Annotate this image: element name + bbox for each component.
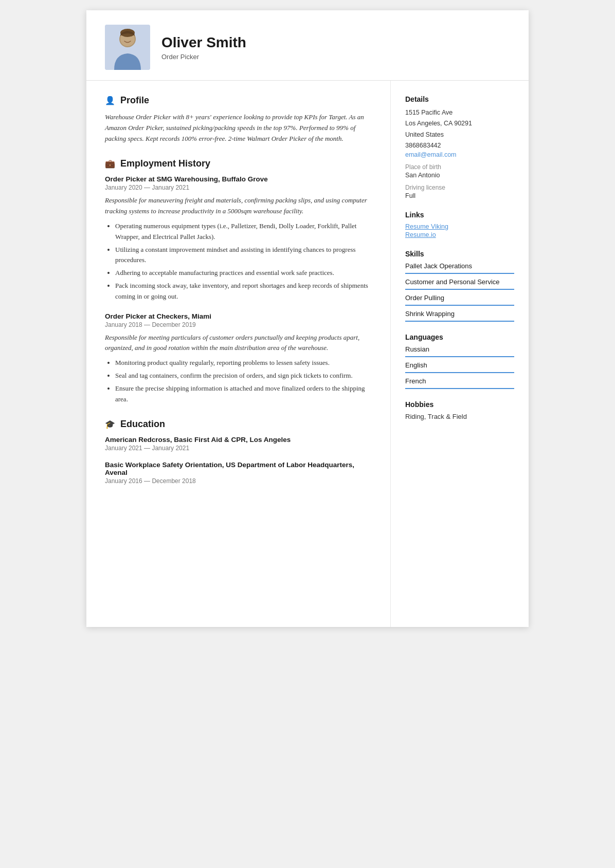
language-item-2: English [405,361,514,373]
country: United States [405,130,514,140]
job-description-1: Responsible for maneuvering freight and … [105,195,372,217]
skill-item-3: Order Pulling [405,294,514,306]
education-icon: 🎓 [105,419,115,429]
job-entry-2: Order Picker at Checkers, Miami January … [105,312,372,405]
left-column: 👤 Profile Warehouse Order Picker with 8+… [86,81,391,627]
languages-section: Languages Russian English French [405,333,514,389]
candidate-job-title: Order Picker [161,53,246,61]
resume-container: Oliver Smith Order Picker 👤 Profile Ware… [86,10,529,627]
links-title: Links [405,211,514,219]
education-section: 🎓 Education American Redcross, Basic Fir… [105,419,372,485]
list-item: Seal and tag containers, confirm the pre… [115,371,372,381]
links-section: Links Resume Viking Resume.io [405,211,514,238]
hobbies-section: Hobbies Riding, Track & Field [405,400,514,420]
link-resume-viking[interactable]: Resume Viking [405,223,514,230]
phone: 3868683442 [405,140,514,151]
list-item: Monitoring product quality regularly, re… [115,358,372,368]
list-item: Ensure the precise shipping information … [115,383,372,405]
job-bullets-1: Operating numerous equipment types (i.e.… [105,221,372,302]
driving-license-label: Driving license [405,184,514,191]
employment-section: 💼 Employment History Order Picker at SMG… [105,158,372,404]
address-line1: 1515 Pacific Ave [405,107,514,118]
list-item: Adhering to acceptable manufacturing pra… [115,268,372,279]
job-dates-1: January 2020 — January 2021 [105,184,372,191]
education-section-title: 🎓 Education [105,419,372,430]
avatar [105,25,150,70]
job-title-2: Order Picker at Checkers, Miami [105,312,372,320]
edu-dates-1: January 2021 — January 2021 [105,445,372,452]
link-resume-io[interactable]: Resume.io [405,231,514,238]
job-title-1: Order Picker at SMG Warehousing, Buffalo… [105,175,372,183]
job-entry-1: Order Picker at SMG Warehousing, Buffalo… [105,175,372,302]
skill-item-1: Pallet Jack Operations [405,262,514,274]
edu-entry-1: American Redcross, Basic First Aid & CPR… [105,436,372,452]
header: Oliver Smith Order Picker [86,10,529,81]
job-description-2: Responsible for meeting particulars of c… [105,333,372,354]
candidate-name: Oliver Smith [161,34,246,51]
skills-title: Skills [405,250,514,258]
hobbies-title: Hobbies [405,400,514,409]
right-column: Details 1515 Pacific Ave Los Angeles, CA… [391,81,529,627]
profile-section: 👤 Profile Warehouse Order Picker with 8+… [105,95,372,144]
skill-item-4: Shrink Wrapping [405,310,514,322]
profile-section-title: 👤 Profile [105,95,372,106]
edu-title-1: American Redcross, Basic First Aid & CPR… [105,436,372,444]
main-content: 👤 Profile Warehouse Order Picker with 8+… [86,81,529,627]
details-title: Details [405,95,514,103]
edu-title-2: Basic Workplace Safety Orientation, US D… [105,461,372,476]
details-section: Details 1515 Pacific Ave Los Angeles, CA… [405,95,514,199]
language-item-3: French [405,377,514,389]
edu-dates-2: January 2016 — December 2018 [105,477,372,485]
driving-license-value: Full [405,192,514,199]
hobbies-text: Riding, Track & Field [405,413,514,420]
header-info: Oliver Smith Order Picker [161,34,246,61]
employment-icon: 💼 [105,159,115,169]
languages-title: Languages [405,333,514,341]
email[interactable]: email@email.com [405,151,514,158]
job-dates-2: January 2018 — December 2019 [105,321,372,328]
profile-icon: 👤 [105,96,115,105]
employment-section-title: 💼 Employment History [105,158,372,169]
edu-entry-2: Basic Workplace Safety Orientation, US D… [105,461,372,485]
place-of-birth-label: Place of birth [405,163,514,171]
language-item-1: Russian [405,345,514,357]
place-of-birth-value: San Antonio [405,172,514,179]
skills-section: Skills Pallet Jack Operations Customer a… [405,250,514,322]
job-bullets-2: Monitoring product quality regularly, re… [105,358,372,404]
address-line2: Los Angeles, CA 90291 [405,118,514,129]
list-item: Operating numerous equipment types (i.e.… [115,221,372,243]
skill-item-2: Customer and Personal Service [405,278,514,290]
list-item: Utilizing a constant improvement mindset… [115,245,372,266]
list-item: Pack incoming stock away, take inventory… [115,281,372,302]
profile-text: Warehouse Order Picker with 8+ years' ex… [105,112,372,144]
